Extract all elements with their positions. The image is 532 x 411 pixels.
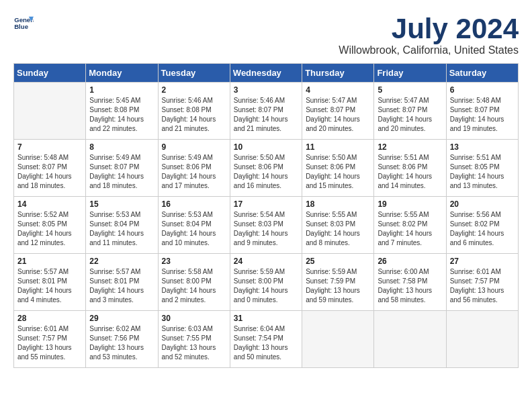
day-info: Sunrise: 5:53 AM Sunset: 8:04 PM Dayligh… xyxy=(89,210,154,248)
day-info: Sunrise: 5:55 AM Sunset: 8:03 PM Dayligh… xyxy=(306,210,370,248)
header-tuesday: Tuesday xyxy=(158,64,230,83)
month-title: July 2024 xyxy=(339,13,519,44)
table-row: 18Sunrise: 5:55 AM Sunset: 8:03 PM Dayli… xyxy=(302,197,374,254)
table-row: 9Sunrise: 5:49 AM Sunset: 8:06 PM Daylig… xyxy=(158,140,230,197)
day-number: 18 xyxy=(306,199,370,209)
table-row: 12Sunrise: 5:51 AM Sunset: 8:06 PM Dayli… xyxy=(374,140,446,197)
table-row: 10Sunrise: 5:50 AM Sunset: 8:06 PM Dayli… xyxy=(230,140,302,197)
day-info: Sunrise: 6:02 AM Sunset: 7:56 PM Dayligh… xyxy=(89,324,154,362)
calendar-header-row: Sunday Monday Tuesday Wednesday Thursday… xyxy=(14,64,519,83)
header-sunday: Sunday xyxy=(14,64,86,83)
table-row xyxy=(14,83,86,140)
table-row: 24Sunrise: 5:59 AM Sunset: 8:00 PM Dayli… xyxy=(230,254,302,311)
day-number: 7 xyxy=(17,142,82,152)
day-info: Sunrise: 5:53 AM Sunset: 8:04 PM Dayligh… xyxy=(162,210,226,248)
calendar-week-row: 14Sunrise: 5:52 AM Sunset: 8:05 PM Dayli… xyxy=(14,197,519,254)
table-row xyxy=(302,311,374,368)
table-row: 21Sunrise: 5:57 AM Sunset: 8:01 PM Dayli… xyxy=(14,254,86,311)
table-row: 25Sunrise: 5:59 AM Sunset: 7:59 PM Dayli… xyxy=(302,254,374,311)
day-number: 15 xyxy=(89,199,154,209)
table-row: 5Sunrise: 5:47 AM Sunset: 8:07 PM Daylig… xyxy=(374,83,446,140)
page-header: General Blue July 2024 Willowbrook, Cali… xyxy=(13,13,519,56)
table-row: 22Sunrise: 5:57 AM Sunset: 8:01 PM Dayli… xyxy=(86,254,158,311)
day-number: 11 xyxy=(306,142,370,152)
title-block: July 2024 Willowbrook, California, Unite… xyxy=(339,13,519,56)
header-thursday: Thursday xyxy=(302,64,374,83)
day-number: 31 xyxy=(234,314,298,323)
day-info: Sunrise: 5:49 AM Sunset: 8:07 PM Dayligh… xyxy=(89,153,154,191)
table-row: 2Sunrise: 5:46 AM Sunset: 8:08 PM Daylig… xyxy=(158,83,230,140)
day-info: Sunrise: 5:45 AM Sunset: 8:08 PM Dayligh… xyxy=(89,96,154,134)
day-info: Sunrise: 5:56 AM Sunset: 8:02 PM Dayligh… xyxy=(450,210,515,248)
day-info: Sunrise: 5:50 AM Sunset: 8:06 PM Dayligh… xyxy=(306,153,370,191)
header-wednesday: Wednesday xyxy=(230,64,302,83)
table-row xyxy=(446,311,518,368)
day-number: 29 xyxy=(89,314,154,323)
table-row: 28Sunrise: 6:01 AM Sunset: 7:57 PM Dayli… xyxy=(14,311,86,368)
table-row xyxy=(374,311,446,368)
day-number: 24 xyxy=(234,257,298,266)
day-info: Sunrise: 5:48 AM Sunset: 8:07 PM Dayligh… xyxy=(450,96,515,134)
day-number: 22 xyxy=(89,257,154,266)
table-row: 3Sunrise: 5:46 AM Sunset: 8:07 PM Daylig… xyxy=(230,83,302,140)
day-number: 10 xyxy=(234,142,298,152)
header-friday: Friday xyxy=(374,64,446,83)
day-number: 23 xyxy=(162,257,226,266)
day-number: 20 xyxy=(450,199,515,209)
table-row: 15Sunrise: 5:53 AM Sunset: 8:04 PM Dayli… xyxy=(86,197,158,254)
day-info: Sunrise: 6:03 AM Sunset: 7:55 PM Dayligh… xyxy=(162,324,226,362)
calendar-week-row: 7Sunrise: 5:48 AM Sunset: 8:07 PM Daylig… xyxy=(14,140,519,197)
calendar-week-row: 1Sunrise: 5:45 AM Sunset: 8:08 PM Daylig… xyxy=(14,83,519,140)
svg-text:Blue: Blue xyxy=(14,23,28,30)
day-number: 1 xyxy=(89,85,154,95)
table-row: 6Sunrise: 5:48 AM Sunset: 8:07 PM Daylig… xyxy=(446,83,518,140)
table-row: 29Sunrise: 6:02 AM Sunset: 7:56 PM Dayli… xyxy=(86,311,158,368)
day-info: Sunrise: 5:54 AM Sunset: 8:03 PM Dayligh… xyxy=(234,210,298,248)
day-number: 5 xyxy=(378,85,442,95)
day-info: Sunrise: 5:46 AM Sunset: 8:08 PM Dayligh… xyxy=(162,96,226,134)
day-info: Sunrise: 5:52 AM Sunset: 8:05 PM Dayligh… xyxy=(17,210,82,248)
table-row: 1Sunrise: 5:45 AM Sunset: 8:08 PM Daylig… xyxy=(86,83,158,140)
day-info: Sunrise: 5:58 AM Sunset: 8:00 PM Dayligh… xyxy=(162,267,226,305)
day-number: 8 xyxy=(89,142,154,152)
location: Willowbrook, California, United States xyxy=(339,44,519,56)
day-info: Sunrise: 5:59 AM Sunset: 8:00 PM Dayligh… xyxy=(234,267,298,305)
table-row: 30Sunrise: 6:03 AM Sunset: 7:55 PM Dayli… xyxy=(158,311,230,368)
day-info: Sunrise: 6:00 AM Sunset: 7:58 PM Dayligh… xyxy=(378,267,442,305)
day-info: Sunrise: 5:46 AM Sunset: 8:07 PM Dayligh… xyxy=(234,96,298,134)
day-info: Sunrise: 5:55 AM Sunset: 8:02 PM Dayligh… xyxy=(378,210,442,248)
table-row: 27Sunrise: 6:01 AM Sunset: 7:57 PM Dayli… xyxy=(446,254,518,311)
day-number: 19 xyxy=(378,199,442,209)
day-info: Sunrise: 5:57 AM Sunset: 8:01 PM Dayligh… xyxy=(17,267,82,305)
logo-icon: General Blue xyxy=(13,13,34,34)
day-number: 6 xyxy=(450,85,515,95)
day-info: Sunrise: 5:47 AM Sunset: 8:07 PM Dayligh… xyxy=(306,96,370,134)
day-number: 12 xyxy=(378,142,442,152)
day-info: Sunrise: 6:01 AM Sunset: 7:57 PM Dayligh… xyxy=(450,267,515,305)
day-number: 13 xyxy=(450,142,515,152)
table-row: 8Sunrise: 5:49 AM Sunset: 8:07 PM Daylig… xyxy=(86,140,158,197)
table-row: 20Sunrise: 5:56 AM Sunset: 8:02 PM Dayli… xyxy=(446,197,518,254)
calendar-table: Sunday Monday Tuesday Wednesday Thursday… xyxy=(13,63,519,368)
day-number: 16 xyxy=(162,199,226,209)
day-number: 17 xyxy=(234,199,298,209)
day-info: Sunrise: 6:01 AM Sunset: 7:57 PM Dayligh… xyxy=(17,324,82,362)
table-row: 19Sunrise: 5:55 AM Sunset: 8:02 PM Dayli… xyxy=(374,197,446,254)
table-row: 17Sunrise: 5:54 AM Sunset: 8:03 PM Dayli… xyxy=(230,197,302,254)
header-saturday: Saturday xyxy=(446,64,518,83)
table-row: 7Sunrise: 5:48 AM Sunset: 8:07 PM Daylig… xyxy=(14,140,86,197)
day-info: Sunrise: 5:50 AM Sunset: 8:06 PM Dayligh… xyxy=(234,153,298,191)
day-number: 26 xyxy=(378,257,442,266)
table-row: 4Sunrise: 5:47 AM Sunset: 8:07 PM Daylig… xyxy=(302,83,374,140)
day-number: 27 xyxy=(450,257,515,266)
table-row: 11Sunrise: 5:50 AM Sunset: 8:06 PM Dayli… xyxy=(302,140,374,197)
day-number: 28 xyxy=(17,314,82,323)
logo: General Blue xyxy=(13,13,36,34)
day-info: Sunrise: 6:04 AM Sunset: 7:54 PM Dayligh… xyxy=(234,324,298,362)
day-info: Sunrise: 5:51 AM Sunset: 8:05 PM Dayligh… xyxy=(450,153,515,191)
day-info: Sunrise: 5:47 AM Sunset: 8:07 PM Dayligh… xyxy=(378,96,442,134)
day-number: 30 xyxy=(162,314,226,323)
table-row: 31Sunrise: 6:04 AM Sunset: 7:54 PM Dayli… xyxy=(230,311,302,368)
day-info: Sunrise: 5:51 AM Sunset: 8:06 PM Dayligh… xyxy=(378,153,442,191)
day-number: 9 xyxy=(162,142,226,152)
